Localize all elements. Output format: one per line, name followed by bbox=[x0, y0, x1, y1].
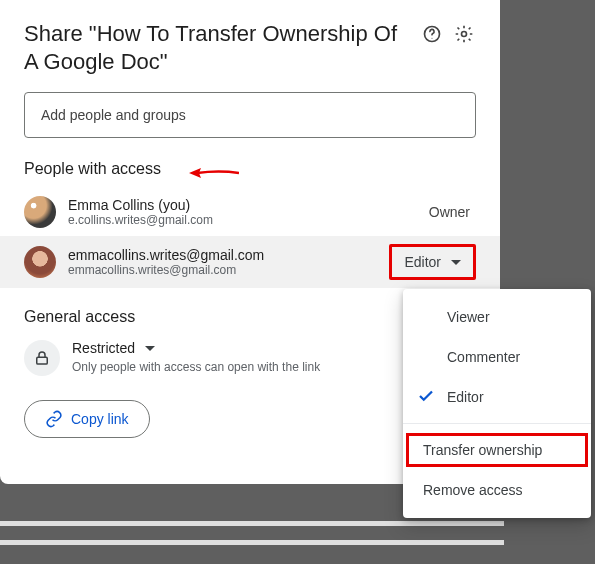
person-info: emmacollins.writes@gmail.com emmacollins… bbox=[68, 247, 389, 277]
svg-point-1 bbox=[432, 38, 433, 39]
dialog-title: Share "How To Transfer Ownership Of A Go… bbox=[24, 20, 412, 76]
svg-rect-3 bbox=[37, 357, 48, 364]
help-icon[interactable] bbox=[420, 22, 444, 46]
chevron-down-icon bbox=[451, 260, 461, 265]
lock-icon bbox=[24, 340, 60, 376]
avatar bbox=[24, 246, 56, 278]
menu-item-transfer-ownership[interactable]: Transfer ownership bbox=[403, 430, 591, 470]
role-menu: Viewer Commenter Editor Transfer ownersh… bbox=[403, 289, 591, 518]
people-with-access-text: People with access bbox=[24, 160, 161, 178]
avatar bbox=[24, 196, 56, 228]
general-access-info: Restricted Only people with access can o… bbox=[72, 340, 320, 374]
svg-point-2 bbox=[462, 32, 467, 37]
role-dropdown-label: Editor bbox=[404, 254, 441, 270]
menu-item-commenter[interactable]: Commenter bbox=[403, 337, 591, 377]
person-name: Emma Collins (you) bbox=[68, 197, 429, 213]
person-row-owner: Emma Collins (you) e.collins.writes@gmai… bbox=[0, 188, 500, 236]
link-icon bbox=[45, 410, 63, 428]
general-access-name[interactable]: Restricted bbox=[72, 340, 135, 356]
menu-divider bbox=[403, 423, 591, 424]
person-email: emmacollins.writes@gmail.com bbox=[68, 263, 389, 277]
background-stripe bbox=[0, 521, 504, 526]
general-access-desc: Only people with access can open with th… bbox=[72, 360, 320, 374]
person-row-editor: emmacollins.writes@gmail.com emmacollins… bbox=[0, 236, 500, 288]
copy-link-label: Copy link bbox=[71, 411, 129, 427]
annotation-arrow-icon bbox=[189, 168, 239, 178]
person-info: Emma Collins (you) e.collins.writes@gmai… bbox=[68, 197, 429, 227]
settings-icon[interactable] bbox=[452, 22, 476, 46]
add-people-input[interactable] bbox=[24, 92, 476, 138]
menu-item-remove-access[interactable]: Remove access bbox=[403, 470, 591, 510]
check-icon bbox=[417, 387, 435, 408]
role-owner-label: Owner bbox=[429, 204, 476, 220]
background-stripe bbox=[0, 540, 504, 545]
copy-link-button[interactable]: Copy link bbox=[24, 400, 150, 438]
role-dropdown[interactable]: Editor bbox=[389, 244, 476, 280]
person-email: e.collins.writes@gmail.com bbox=[68, 213, 429, 227]
menu-item-editor[interactable]: Editor bbox=[403, 377, 591, 417]
menu-item-editor-label: Editor bbox=[447, 389, 484, 405]
people-with-access-label: People with access bbox=[24, 160, 476, 178]
dialog-header: Share "How To Transfer Ownership Of A Go… bbox=[24, 20, 476, 92]
menu-item-viewer[interactable]: Viewer bbox=[403, 297, 591, 337]
person-name: emmacollins.writes@gmail.com bbox=[68, 247, 389, 263]
chevron-down-icon[interactable] bbox=[145, 346, 155, 351]
